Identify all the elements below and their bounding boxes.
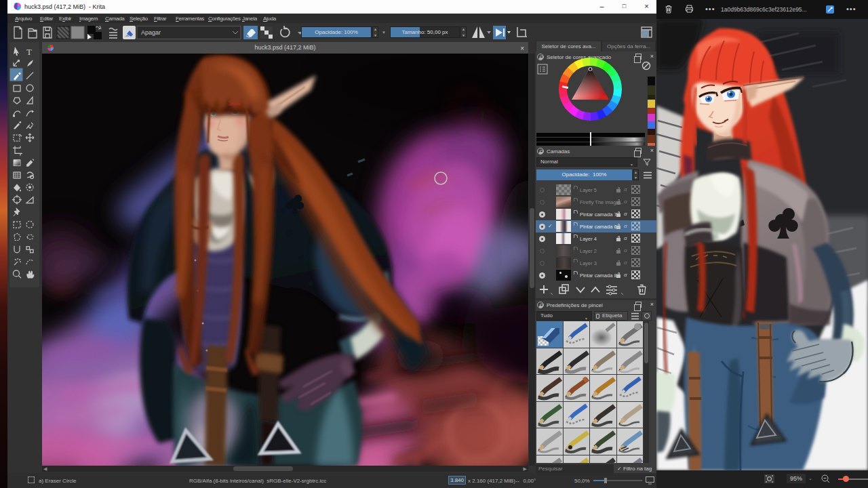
svg-text:T: T bbox=[26, 47, 32, 57]
svg-text:Apagar: Apagar bbox=[141, 29, 161, 36]
